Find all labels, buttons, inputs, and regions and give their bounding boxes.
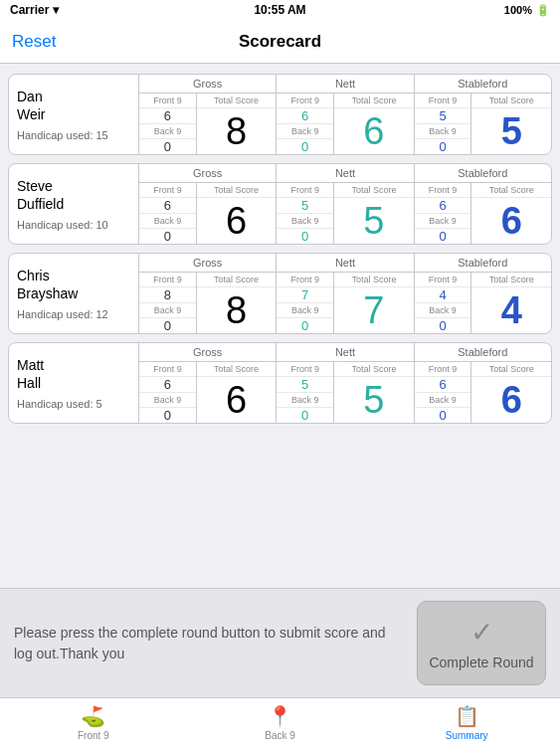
main-content: DanWeir Handicap used: 15 Gross Front 9 …	[0, 64, 560, 588]
scores-section-4: Gross Front 9 6 Back 9 0 Total Score 6	[138, 343, 551, 423]
nett-header-3: Nett	[277, 254, 413, 273]
stableford-front9-val-4: 6	[415, 377, 471, 393]
nett-total-label-4: Total Score	[334, 362, 414, 377]
stableford-total-label-4: Total Score	[471, 362, 551, 377]
stableford-back9-val-4: 0	[415, 408, 471, 423]
player-handicap-4: Handicap used: 5	[17, 398, 130, 410]
stableford-header-3: Stableford	[415, 254, 551, 273]
stableford-front9-val-1: 5	[415, 108, 471, 124]
complete-round-label: Complete Round	[429, 654, 533, 670]
stableford-front9-label-1: Front 9	[415, 93, 471, 108]
stableford-back9-label-2: Back 9	[415, 214, 471, 229]
gross-total-val-1: 8	[197, 108, 277, 154]
nett-total-label-3: Total Score	[334, 273, 414, 287]
gross-total-label-4: Total Score	[197, 362, 277, 377]
nett-header-1: Nett	[277, 75, 413, 93]
stableford-total-val-4: 6	[471, 377, 551, 423]
gross-back9-val-3: 0	[139, 318, 196, 333]
tab-label-front9: Front 9	[78, 730, 109, 741]
carrier-text: Carrier	[10, 3, 49, 17]
tab-icon-front9: ⛳	[81, 704, 105, 728]
page-title: Scorecard	[239, 32, 321, 52]
stableford-group-3: Stableford Front 9 4 Back 9 0 Total Scor…	[414, 254, 551, 333]
gross-front9-val-4: 6	[139, 377, 196, 393]
stableford-total-val-2: 6	[471, 198, 551, 244]
stableford-total-label-2: Total Score	[471, 183, 551, 198]
reset-button[interactable]: Reset	[12, 32, 56, 52]
stableford-back9-val-1: 0	[415, 139, 471, 154]
player-handicap-3: Handicap used: 12	[17, 308, 130, 320]
stableford-back9-val-2: 0	[415, 229, 471, 244]
bottom-section: Please press the complete round button t…	[0, 588, 560, 697]
gross-back9-label-3: Back 9	[139, 303, 196, 318]
stableford-back9-val-3: 0	[415, 318, 471, 333]
status-bar: Carrier ▾ 10:55 AM 100% 🔋	[0, 0, 560, 20]
tab-icon-back9: 📍	[268, 704, 292, 728]
tab-back9[interactable]: 📍 Back 9	[187, 698, 374, 746]
nett-front9-val-4: 5	[277, 377, 333, 393]
player-card-2: SteveDuffield Handicap used: 10 Gross Fr…	[8, 163, 552, 245]
bottom-message: Please press the complete round button t…	[14, 623, 405, 664]
stableford-back9-label-3: Back 9	[415, 303, 471, 318]
nett-back9-val-3: 0	[277, 318, 333, 333]
tab-front9[interactable]: ⛳ Front 9	[0, 698, 187, 746]
scores-section-3: Gross Front 9 8 Back 9 0 Total Score 8	[138, 254, 551, 333]
stableford-total-val-1: 5	[471, 108, 551, 154]
nett-front9-val-2: 5	[277, 198, 333, 214]
player-info-3: ChrisBrayshaw Handicap used: 12	[9, 254, 138, 333]
player-handicap-1: Handicap used: 15	[17, 129, 130, 141]
gross-total-label-3: Total Score	[197, 273, 277, 287]
nett-front9-label-4: Front 9	[277, 362, 333, 377]
stableford-back9-label-1: Back 9	[415, 124, 471, 139]
nett-header-2: Nett	[277, 164, 413, 183]
stableford-back9-label-4: Back 9	[415, 393, 471, 408]
scores-section-2: Gross Front 9 6 Back 9 0 Total Score 6	[138, 164, 551, 244]
gross-group-4: Gross Front 9 6 Back 9 0 Total Score 6	[138, 343, 276, 423]
gross-total-label-1: Total Score	[197, 93, 277, 108]
nett-back9-label-3: Back 9	[277, 303, 333, 318]
stableford-front9-val-3: 4	[415, 287, 471, 303]
tab-summary[interactable]: 📋 Summary	[373, 698, 560, 746]
gross-back9-label-1: Back 9	[139, 124, 196, 139]
gross-front9-label-4: Front 9	[139, 362, 196, 377]
player-handicap-2: Handicap used: 10	[17, 219, 130, 231]
scores-section-1: Gross Front 9 6 Back 9 0 Total Score 8	[138, 75, 551, 154]
nett-group-3: Nett Front 9 7 Back 9 0 Total Score 7	[276, 254, 413, 333]
gross-front9-val-3: 8	[139, 287, 196, 303]
nett-back9-val-2: 0	[277, 229, 333, 244]
gross-front9-label-2: Front 9	[139, 183, 196, 198]
nett-total-val-4: 5	[334, 377, 414, 423]
nett-front9-label-3: Front 9	[277, 273, 333, 287]
nett-front9-label-1: Front 9	[277, 93, 333, 108]
gross-total-val-4: 6	[197, 377, 277, 423]
stableford-total-label-3: Total Score	[471, 273, 551, 287]
player-name-4: MattHall	[17, 356, 130, 392]
status-left: Carrier ▾	[10, 3, 59, 17]
stableford-front9-label-3: Front 9	[415, 273, 471, 287]
stableford-header-4: Stableford	[415, 343, 551, 362]
nett-back9-label-1: Back 9	[277, 124, 333, 139]
player-info-1: DanWeir Handicap used: 15	[9, 75, 138, 154]
stableford-header-2: Stableford	[415, 164, 551, 183]
player-name-1: DanWeir	[17, 88, 130, 123]
tab-icon-summary: 📋	[455, 704, 479, 728]
stableford-front9-label-4: Front 9	[415, 362, 471, 377]
stableford-group-1: Stableford Front 9 5 Back 9 0 Total Scor…	[414, 75, 551, 154]
complete-round-button[interactable]: ✓ Complete Round	[417, 601, 546, 685]
nett-group-2: Nett Front 9 5 Back 9 0 Total Score 5	[276, 164, 413, 244]
nett-total-label-1: Total Score	[334, 93, 414, 108]
status-time: 10:55 AM	[254, 3, 305, 17]
gross-back9-label-4: Back 9	[139, 393, 196, 408]
nett-back9-val-4: 0	[277, 408, 333, 423]
gross-front9-label-3: Front 9	[139, 273, 196, 287]
gross-total-val-3: 8	[197, 287, 277, 333]
gross-front9-val-2: 6	[139, 198, 196, 214]
stableford-front9-label-2: Front 9	[415, 183, 471, 198]
nett-total-label-2: Total Score	[334, 183, 414, 198]
nett-total-val-3: 7	[334, 287, 414, 333]
nett-group-4: Nett Front 9 5 Back 9 0 Total Score 5	[276, 343, 413, 423]
player-card-3: ChrisBrayshaw Handicap used: 12 Gross Fr…	[8, 253, 552, 334]
nett-back9-label-4: Back 9	[277, 393, 333, 408]
gross-back9-val-4: 0	[139, 408, 196, 423]
stableford-header-1: Stableford	[415, 75, 551, 93]
